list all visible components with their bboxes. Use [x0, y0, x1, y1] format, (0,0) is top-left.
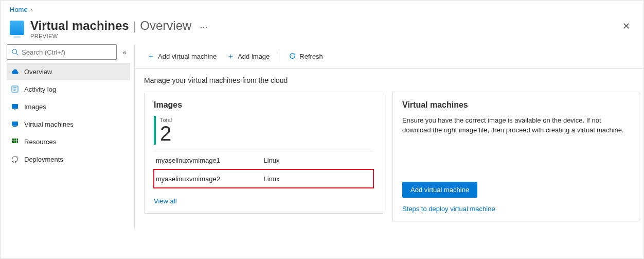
toolbar: ＋ Add virtual machine ＋ Add image Refres…: [135, 44, 644, 69]
sidebar-item-activity-log[interactable]: Activity log: [7, 80, 130, 98]
svg-rect-8: [12, 122, 18, 126]
search-input-wrapper[interactable]: [7, 44, 117, 60]
activity-log-icon: [11, 85, 19, 93]
section-title: Manage your virtual machines from the cl…: [144, 76, 639, 92]
svg-rect-10: [12, 139, 14, 141]
toolbar-label: Add virtual machine: [158, 53, 217, 60]
sidebar-item-label: Images: [24, 103, 46, 111]
sidebar-item-label: Deployments: [24, 156, 63, 163]
breadcrumb: Home ›: [1, 1, 643, 15]
collapse-sidebar-button[interactable]: «: [119, 48, 130, 56]
svg-rect-14: [14, 141, 16, 143]
svg-rect-9: [13, 126, 16, 127]
svg-rect-13: [12, 141, 14, 143]
page-title: Virtual machines: [30, 19, 129, 33]
refresh-button[interactable]: Refresh: [284, 50, 327, 63]
images-icon: [11, 102, 19, 111]
toolbar-label: Refresh: [299, 53, 323, 60]
sidebar-item-resources[interactable]: Resources: [7, 133, 130, 150]
add-image-button[interactable]: ＋ Add image: [223, 49, 274, 63]
svg-point-0: [12, 49, 17, 54]
add-vm-primary-button[interactable]: Add virtual machine: [402, 182, 477, 198]
sidebar-item-label: Overview: [24, 68, 52, 76]
svg-rect-7: [14, 109, 15, 110]
sidebar: « Overview Activity log Images Virtual m…: [1, 44, 134, 229]
deployments-icon: [11, 155, 19, 163]
header: Virtual machines | Overview ··· PREVIEW …: [1, 15, 643, 44]
breadcrumb-home[interactable]: Home: [10, 6, 28, 13]
svg-rect-15: [17, 141, 18, 143]
image-name: myaselinuxvmimage1: [156, 157, 264, 164]
images-metric: Total 2: [154, 116, 373, 145]
virtual-machine-icon: [10, 21, 24, 35]
image-os: Linux: [264, 157, 372, 164]
svg-rect-12: [17, 139, 18, 141]
more-actions-button[interactable]: ···: [195, 22, 211, 32]
page-subtitle: Overview: [140, 19, 191, 33]
title-separator: |: [133, 20, 136, 33]
svg-line-1: [16, 54, 19, 56]
images-card: Images Total 2 myaselinuxvmimage1 Linux: [144, 92, 383, 214]
table-row[interactable]: myaselinuxvmimage2 Linux: [154, 169, 373, 188]
add-vm-button[interactable]: ＋ Add virtual machine: [143, 49, 221, 63]
sidebar-item-label: Activity log: [24, 85, 56, 93]
sidebar-item-overview[interactable]: Overview: [7, 63, 130, 80]
preview-badge: PREVIEW: [30, 33, 211, 39]
sidebar-item-virtual-machines[interactable]: Virtual machines: [7, 115, 130, 133]
images-table: myaselinuxvmimage1 Linux myaselinuxvmima…: [154, 151, 373, 188]
metric-bar: [154, 116, 156, 145]
vm-card-desc: Ensure you have the correct image is ava…: [402, 116, 630, 135]
sidebar-item-label: Resources: [24, 138, 56, 146]
svg-rect-11: [14, 139, 16, 141]
sidebar-item-label: Virtual machines: [24, 120, 74, 128]
chevron-right-icon: ›: [31, 7, 33, 13]
metric-value: 2: [160, 123, 172, 144]
refresh-icon: [289, 52, 296, 61]
vm-icon: [11, 120, 19, 128]
image-os: Linux: [264, 175, 372, 183]
main-content: ＋ Add virtual machine ＋ Add image Refres…: [134, 44, 644, 229]
sidebar-item-images[interactable]: Images: [7, 98, 130, 115]
plus-icon: ＋: [147, 51, 155, 61]
svg-rect-6: [12, 104, 18, 109]
close-icon[interactable]: ✕: [619, 18, 633, 35]
table-row[interactable]: myaselinuxvmimage1 Linux: [154, 151, 373, 169]
search-input[interactable]: [22, 48, 112, 56]
vm-card: Virtual machines Ensure you have the cor…: [392, 92, 639, 221]
resources-icon: [11, 137, 19, 146]
image-name: myaselinuxvmimage2: [156, 175, 264, 183]
toolbar-label: Add image: [238, 53, 270, 60]
toolbar-separator: [279, 52, 279, 61]
sidebar-item-deployments[interactable]: Deployments: [7, 150, 130, 168]
view-all-link[interactable]: View all: [154, 197, 177, 205]
steps-link[interactable]: Steps to deploy virtual machine: [402, 205, 630, 213]
vm-card-title: Virtual machines: [402, 100, 630, 110]
images-card-title: Images: [154, 100, 373, 110]
cloud-icon: [11, 67, 19, 76]
search-icon: [11, 48, 19, 56]
plus-icon: ＋: [227, 51, 235, 61]
